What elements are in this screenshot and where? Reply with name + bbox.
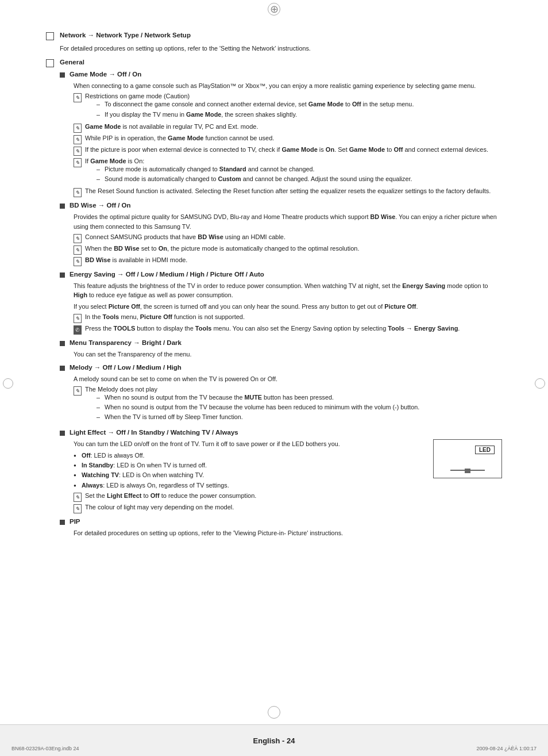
network-checkbox-icon — [46, 32, 54, 40]
energy-saving-square-icon — [60, 273, 65, 278]
footer-meta-left: BN68-02329A-03Eng.indb 24 — [11, 746, 79, 751]
general-checkbox-item: General — [46, 59, 502, 67]
game-mode-note-1: ✎ Restrictions on game mode (Caution) To… — [74, 93, 502, 121]
energy-saving-section: Energy Saving → Off / Low / Medium / Hig… — [60, 271, 502, 335]
bd-note-icon-2: ✎ — [74, 245, 82, 255]
bd-wise-notes: ✎ Connect SAMSUNG products that have BD … — [74, 233, 502, 266]
energy-saving-title: Energy Saving → Off / Low / Medium / Hig… — [70, 271, 264, 278]
game-mode-note-3: ✎ While PIP is in operation, the Game Mo… — [74, 135, 502, 144]
bd-note-text-1: Connect SAMSUNG products that have BD Wi… — [85, 233, 285, 240]
light-standby-item: In Standby: LED is On when TV is turned … — [74, 460, 393, 470]
light-effect-title: Light Effect → Off / In Standby / Watchi… — [70, 429, 238, 436]
bd-wise-desc: Provides the optimal picture quality for… — [74, 212, 502, 231]
menu-transparency-square-icon — [60, 341, 65, 346]
light-note-icon-1: ✎ — [74, 493, 82, 502]
pip-desc: For detailed procedures on setting up op… — [74, 528, 502, 538]
registration-mark-bottom — [268, 706, 280, 719]
light-effect-content: You can turn the LED on/off on the front… — [60, 439, 502, 513]
network-section: Network → Network Type / Network Setup F… — [46, 32, 502, 53]
melody-notes: ✎ The Melody does not play When no sound… — [74, 386, 502, 424]
melody-note-text: The Melody does not play When no sound i… — [85, 386, 419, 424]
menu-transparency-desc: You can set the Transparency of the menu… — [74, 350, 502, 359]
light-effect-square-icon — [60, 431, 65, 436]
bd-wise-section: BD Wise → Off / On Provides the optimal … — [60, 202, 502, 266]
registration-mark-right — [535, 378, 545, 389]
light-effect-desc: You can turn the LED on/off on the front… — [74, 439, 393, 448]
light-note-2: ✎ The colour of light may very depending… — [74, 504, 393, 513]
dash-item-3: Picture mode is automatically changed to… — [97, 164, 412, 174]
game-mode-note-5: ✎ If Game Mode is On: Picture mode is au… — [74, 158, 502, 186]
general-title: General — [60, 59, 84, 66]
game-mode-note-4: ✎ If the picture is poor when external d… — [74, 146, 502, 156]
network-checkbox-item: Network → Network Type / Network Setup — [46, 32, 502, 40]
game-mode-note-6: ✎ The Reset Sound function is activated.… — [74, 187, 502, 197]
energy-saving-note-2: ✆ Press the TOOLS button to display the … — [74, 325, 502, 335]
note-icon-4: ✎ — [74, 147, 82, 156]
led-stand — [465, 469, 470, 473]
game-mode-notes: ✎ Restrictions on game mode (Caution) To… — [74, 93, 502, 197]
led-label: LED — [475, 446, 495, 454]
footer-bar: English - 24 BN68-02329A-03Eng.indb 24 2… — [0, 724, 548, 756]
melody-section: Melody → Off / Low / Medium / High A mel… — [60, 364, 502, 424]
bd-note-text-3: BD Wise is available in HDMI mode. — [85, 256, 187, 263]
melody-note-icon: ✎ — [74, 386, 82, 396]
energy-note-icon-1: ✎ — [74, 314, 82, 323]
dash-item-4: Sound mode is automatically changed to C… — [97, 174, 412, 184]
dash-item-2: If you display the TV menu in Game Mode,… — [97, 110, 414, 120]
light-note-text-2: The colour of light may very depending o… — [85, 504, 234, 511]
game-mode-title: Game Mode → Off / On — [70, 71, 141, 78]
energy-saving-desc2: If you select Picture Off, the screen is… — [74, 302, 502, 311]
light-effect-bullet-list: Off: LED is always Off. In Standby: LED … — [74, 451, 393, 490]
light-always-item: Always: LED is always On, regardless of … — [74, 481, 393, 490]
energy-note-text-2: Press the TOOLS button to display the To… — [85, 325, 460, 332]
bd-wise-note-3: ✎ BD Wise is available in HDMI mode. — [74, 256, 502, 266]
energy-saving-notes: ✎ In the Tools menu, Picture Off functio… — [74, 313, 502, 335]
general-section: General Game Mode → Off / On When connec… — [46, 59, 502, 538]
content-area: Network → Network Type / Network Setup F… — [0, 0, 548, 561]
menu-transparency-section: Menu Transparency → Bright / Dark You ca… — [60, 339, 502, 359]
game-mode-dash-list: To disconnect the game console and conne… — [97, 99, 414, 120]
game-mode-dash-list-2: Picture mode is automatically changed to… — [97, 164, 412, 185]
footer-page-label: English - 24 — [253, 736, 295, 745]
pip-square-icon — [60, 520, 65, 525]
energy-note-text-1: In the Tools menu, Picture Off function … — [85, 313, 245, 320]
led-diagram: LED — [433, 439, 502, 478]
game-mode-note-2: ✎ Game Mode is not available in regular … — [74, 123, 502, 133]
melody-dash-2: When no sound is output from the TV beca… — [97, 402, 419, 412]
game-mode-section: Game Mode → Off / On When connecting to … — [60, 71, 502, 197]
bd-wise-note-1: ✎ Connect SAMSUNG products that have BD … — [74, 233, 502, 243]
general-checkbox-icon — [46, 59, 54, 67]
game-mode-desc: When connecting to a game console such a… — [74, 81, 502, 90]
bd-note-text-2: When the BD Wise set to On, the picture … — [85, 245, 359, 252]
melody-square-icon — [60, 366, 65, 371]
energy-remote-icon: ✆ — [74, 325, 82, 335]
light-effect-notes: ✎ Set the Light Effect to Off to reduce … — [74, 492, 393, 513]
registration-mark-top — [268, 3, 280, 16]
note-icon-3: ✎ — [74, 135, 82, 144]
network-title: Network → Network Type / Network Setup — [60, 32, 191, 39]
registration-mark-left — [3, 378, 13, 389]
menu-transparency-title: Menu Transparency → Bright / Dark — [70, 339, 182, 346]
note-icon-2: ✎ — [74, 124, 82, 133]
light-off-item: Off: LED is always Off. — [74, 451, 393, 460]
melody-title: Melody → Off / Low / Medium / High — [70, 364, 182, 371]
note-icon-5: ✎ — [74, 158, 82, 167]
pip-section: PIP For detailed procedures on setting u… — [60, 518, 502, 538]
note-text-3: While PIP is in operation, the Game Mode… — [85, 135, 274, 141]
bd-wise-title: BD Wise → Off / On — [70, 202, 131, 209]
footer-meta-right: 2009-08-24 ¿ÀÈÀ 1:00:17 — [476, 746, 537, 751]
bd-note-icon-3: ✎ — [74, 257, 82, 266]
melody-desc: A melody sound can be set to come on whe… — [74, 374, 502, 383]
page-wrapper: Network → Network Type / Network Setup F… — [0, 0, 548, 756]
note-icon-6: ✎ — [74, 188, 82, 197]
melody-dash-list: When no sound is output from the TV beca… — [97, 393, 419, 423]
light-note-text-1: Set the Light Effect to Off to reduce th… — [85, 492, 256, 499]
bd-wise-note-2: ✎ When the BD Wise set to On, the pictur… — [74, 245, 502, 255]
melody-dash-1: When no sound is output from the TV beca… — [97, 393, 419, 402]
game-mode-square-icon — [60, 72, 65, 78]
pip-title: PIP — [70, 518, 80, 525]
melody-note-main: ✎ The Melody does not play When no sound… — [74, 386, 502, 424]
note-text-5: If Game Mode is On: Picture mode is auto… — [85, 158, 412, 186]
energy-saving-note-1: ✎ In the Tools menu, Picture Off functio… — [74, 313, 502, 323]
light-note-icon-2: ✎ — [74, 504, 82, 513]
